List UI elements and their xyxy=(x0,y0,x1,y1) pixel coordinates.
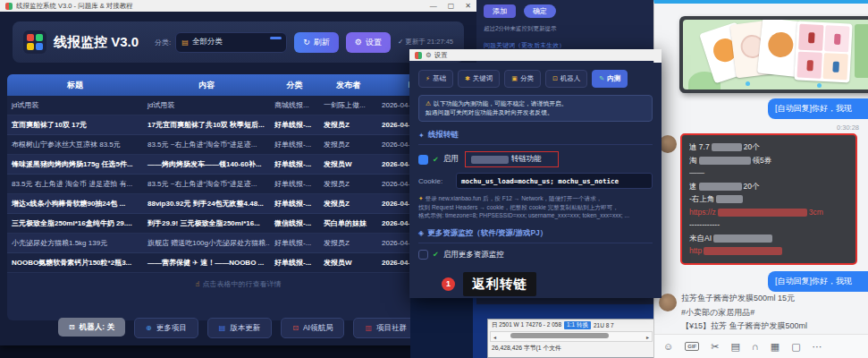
warning-icon: ⚠ xyxy=(426,100,431,107)
message-timestamp: 0:30:28 xyxy=(837,124,859,132)
emoji-icon[interactable]: ☺ xyxy=(663,341,673,352)
gear-icon: ⚙ xyxy=(426,51,432,59)
scrollbar-thumb[interactable] xyxy=(510,333,609,338)
toggle-label: 转链功能 xyxy=(511,154,542,165)
more-icon[interactable]: ⋯ xyxy=(813,341,822,353)
notepad-status: 26,428,426 字节(1 个文件 xyxy=(488,342,654,354)
robot-toggle-button[interactable]: ⊡机器人: 关 xyxy=(58,318,125,337)
table-row[interactable]: 宜而爽船袜了10双 17元17元宜而爽船袜了共10双 秋季短后...好单线报-.… xyxy=(7,115,469,135)
table-cell: 83.5元 ~右上角进“淘金币”进足迹... xyxy=(143,140,270,149)
ai-hub-button[interactable]: ⊡AI领航局 xyxy=(281,318,344,338)
notepad-selection: 1:1 转换 xyxy=(564,321,591,329)
tab-keywords-icon: ✱ xyxy=(465,75,470,82)
settings-tabs: ⚡基础✱关键词▣分类⊡机器人✎内测 xyxy=(418,70,653,88)
tab-categories[interactable]: ▣分类 xyxy=(504,70,541,88)
table-row[interactable]: 增达x线条小狗棒骨软糖90抽24包 ...88vip30.92元 到手24包无敌… xyxy=(7,194,469,214)
table-cell: 好单线报-... xyxy=(270,120,319,130)
annotation-number-badge: 1 xyxy=(442,277,455,291)
sticker-image-message[interactable] xyxy=(679,16,868,93)
scrollbar-track[interactable] xyxy=(499,332,644,341)
deal-message-annotated: 迪 7.720个淘领5券——速20个-右上角https://z3cm------… xyxy=(680,133,857,265)
table-row[interactable]: 小壳泌尿处方猫粮1.5kg 139元旗舰店 赠送吃100g小壳泌尿处方猫粮...… xyxy=(7,234,469,253)
message-text: 20个 xyxy=(744,142,760,151)
screenshot-icon[interactable]: ✂ xyxy=(711,341,719,353)
background-window-note: 超过2分钟未监控到更新提示 xyxy=(484,25,648,33)
settings-label: 设置 xyxy=(366,37,382,48)
beta-warning: ⚠以下功能为内测功能，可能不稳定，请谨慎开启。 如遇问题可关闭对应功能并及时向开… xyxy=(418,95,653,122)
table-cell: 发报员Z xyxy=(319,199,377,209)
more-projects-button[interactable]: ⊕更多项目 xyxy=(134,318,198,338)
category-label: 分类: xyxy=(155,38,171,47)
redacted-text xyxy=(713,234,772,243)
screen-capture-icon[interactable]: ▢ xyxy=(791,341,800,353)
app-logo-icon xyxy=(23,30,46,54)
tab-robot[interactable]: ⊡机器人 xyxy=(545,70,587,88)
table-row[interactable]: jd试用装jd试用装商城线报...一剑陈上做...2026-04-22 21:2 xyxy=(7,96,469,115)
tab-keywords[interactable]: ✱关键词 xyxy=(458,70,500,88)
robot-toggle-button-icon: ⊡ xyxy=(69,323,75,331)
message-line: 【¥15】拉芳 鱼子酱膏护发膜500ml xyxy=(681,320,864,334)
version-update-button[interactable]: ▤版本更新 xyxy=(207,318,273,338)
column-header: 内容 xyxy=(143,80,270,91)
table-hint: ☝点击表格中的行查看详情 xyxy=(7,279,469,289)
button-label: 机器人: 关 xyxy=(80,322,114,333)
add-button[interactable]: 添加 xyxy=(484,4,516,18)
voice-icon[interactable]: ∩ xyxy=(752,341,759,352)
horizontal-scrollbar[interactable]: ◂ ▸ xyxy=(490,331,653,342)
message-text: 迪 7.7 xyxy=(689,142,710,151)
table-cell: 小壳泌尿处方猫粮1.5kg 139元 xyxy=(7,238,143,248)
header-card: 线报监控 V3.0 分类: ▤ 全部分类 ↻ 刷新 ⚙ 设置 ✓更新于 21:2… xyxy=(13,21,464,63)
settings-button[interactable]: ⚙ 设置 xyxy=(346,32,391,53)
tab-basic[interactable]: ⚡基础 xyxy=(418,70,453,88)
chat-window: [自动回复]你好，我现 0:30:28 迪 7.720个淘领5券——速20个-右… xyxy=(653,0,868,358)
table-cell: 买白单的妹妹 xyxy=(319,218,377,228)
community-button-icon: ▥ xyxy=(365,324,372,332)
table-row[interactable]: 83.5元 右上角进 淘金币 进足迹拍 有...83.5元 ~右上角进“淘金币”… xyxy=(7,175,469,194)
redacted-text xyxy=(699,157,751,165)
avatar[interactable] xyxy=(659,135,677,153)
dialog-title: 设置 xyxy=(434,51,448,60)
image-icon[interactable]: ▦ xyxy=(771,341,780,353)
table-cell: 好单线报-... xyxy=(270,179,319,189)
minimize-button[interactable]: — xyxy=(430,2,437,10)
scroll-right-icon[interactable]: ▸ xyxy=(644,334,652,340)
community-button[interactable]: ▥项目社群 xyxy=(353,318,418,338)
green-check-icon: ✔ xyxy=(433,156,439,164)
button-label: 版本更新 xyxy=(230,323,260,334)
maximize-button[interactable]: ▢ xyxy=(448,2,455,10)
checkbox-checked[interactable] xyxy=(418,155,428,165)
gif-icon[interactable]: GIF xyxy=(685,342,699,351)
table-cell: 发报员Z xyxy=(319,140,377,149)
button-label: 项目社群 xyxy=(376,323,407,334)
table-cell: 宜而爽船袜了10双 17元 xyxy=(7,120,143,130)
message-text: 领5券 xyxy=(753,156,772,165)
table-cell: 83.5元 右上角进 淘金币 进足迹拍 有... xyxy=(7,179,143,189)
settings-dialog: ⚙ 设置 ⚡基础✱关键词▣分类⊡机器人✎内测 ⚠以下功能为内测功能，可能不稳定，… xyxy=(409,49,662,298)
annotation-label: 返利转链 xyxy=(463,272,536,296)
message-text: 淘 xyxy=(689,156,697,165)
scroll-left-icon[interactable]: ◂ xyxy=(491,334,499,340)
close-button[interactable]: ✕ xyxy=(465,2,471,10)
table-row[interactable]: NOOBO氨糖软骨素钙片150粒*2瓶3...——营养保健 ✈ 速！——NOOB… xyxy=(7,253,469,273)
checkbox-unchecked[interactable] xyxy=(418,250,428,260)
tab-beta[interactable]: ✎内测 xyxy=(592,70,628,88)
table-row[interactable]: 锋味派黑猪肉烤肉烤肠175g 任选5件...——烤肉烤肠发车——领140-60补… xyxy=(7,155,469,175)
dialog-app-icon xyxy=(415,52,422,59)
category-select[interactable]: ▤ 全部分类 xyxy=(175,32,287,53)
avatar[interactable] xyxy=(659,294,677,311)
table-row[interactable]: 三元极致全脂250ml*16盒纯牛奶 29....到手29.9! 三元极致全脂2… xyxy=(7,214,469,234)
tab-basic-icon: ⚡ xyxy=(426,75,430,82)
app-icon xyxy=(5,3,13,10)
table-row[interactable]: 布根树山宁参冰丝大豆凉袜 83.5元83.5元 ~右上角进“淘金币”进足迹...… xyxy=(7,135,469,155)
message-line: 迪 7.720个 xyxy=(689,141,848,154)
message-text: 来自AI xyxy=(689,234,712,243)
confirm-button[interactable]: 确定 xyxy=(524,4,556,18)
cookie-input[interactable]: mochu_us_load=mochu_us; mochu_us_notice xyxy=(456,173,653,189)
file-icon[interactable]: ▤ xyxy=(730,341,739,353)
button-label: 更多项目 xyxy=(156,323,187,334)
message-line: —— xyxy=(689,166,848,180)
message-line: ------------ xyxy=(689,218,848,232)
refresh-button[interactable]: ↻ 刷新 xyxy=(294,32,339,53)
redaction-annotation: 转链功能 xyxy=(465,151,559,167)
tab-label: 基础 xyxy=(433,74,446,83)
